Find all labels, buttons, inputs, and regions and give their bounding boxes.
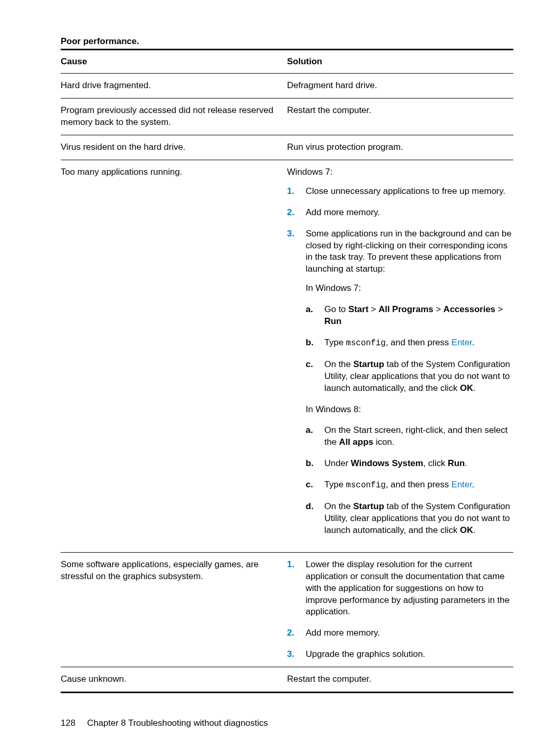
- cause-cell: Program previously accessed did not rele…: [61, 99, 287, 135]
- text-fragment: , and then press: [386, 338, 452, 347]
- list-item: 2. Add more memory.: [287, 207, 514, 219]
- step-letter: b.: [306, 458, 314, 470]
- text-fragment: Under: [325, 458, 351, 468]
- text-bold: Accessories: [443, 304, 495, 314]
- text-fragment: Go to: [325, 304, 348, 314]
- text-fragment: >: [433, 304, 443, 314]
- text-fragment: Type: [325, 480, 346, 489]
- list-item: b. Type msconfig, and then press Enter.: [306, 337, 514, 349]
- table-row: Program previously accessed did not rele…: [61, 99, 513, 135]
- text-fragment: , and then press: [386, 480, 452, 489]
- step-text: Close unnecessary applications to free u…: [306, 186, 506, 196]
- text-fragment: >: [495, 304, 503, 314]
- table-row: Hard drive fragmented. Defragment hard d…: [61, 74, 513, 98]
- solution-cell: Run virus protection program.: [287, 135, 514, 160]
- text-fragment: .: [473, 525, 475, 535]
- step-number: 3.: [287, 228, 295, 240]
- os-label: In Windows 7:: [306, 283, 514, 294]
- cause-cell: Some software applications, especially g…: [61, 553, 287, 667]
- step-text: On the Start screen, right-click, and th…: [325, 425, 508, 447]
- list-item: 1. Close unnecessary applications to fre…: [287, 186, 514, 198]
- cause-cell: Hard drive fragmented.: [61, 74, 287, 98]
- text-bold: Run: [447, 458, 465, 468]
- solution-cell: Defragment hard drive.: [287, 74, 514, 98]
- cause-cell: Virus resident on the hard drive.: [61, 135, 287, 160]
- list-item: b. Under Windows System, click Run.: [306, 458, 514, 470]
- code-text: msconfig: [346, 339, 386, 348]
- column-header-cause: Cause: [61, 50, 287, 73]
- list-item: 3. Some applications run in the backgrou…: [287, 228, 514, 537]
- step-text: Lower the display resolution for the cur…: [306, 559, 510, 617]
- key-name: Enter: [452, 480, 472, 489]
- list-item: 2. Add more memory.: [287, 627, 514, 639]
- solution-cell: Restart the computer.: [287, 667, 514, 692]
- text-fragment: Type: [325, 338, 346, 347]
- step-number: 3.: [287, 649, 295, 660]
- table-row: Too many applications running. Windows 7…: [61, 160, 513, 552]
- solution-cell: 1. Lower the display resolution for the …: [287, 553, 514, 667]
- page-footer: 128 Chapter 8 Troubleshooting without di…: [61, 718, 513, 728]
- step-text: On the Startup tab of the System Configu…: [325, 359, 510, 393]
- step-letter: b.: [306, 337, 314, 349]
- step-text: Type msconfig, and then press Enter.: [325, 338, 474, 347]
- cause-cell: Too many applications running.: [61, 160, 287, 552]
- step-letter: d.: [306, 501, 314, 513]
- solution-intro: Windows 7:: [287, 166, 514, 178]
- step-number: 1.: [287, 559, 295, 571]
- list-item: d. On the Startup tab of the System Conf…: [306, 501, 514, 537]
- text-fragment: On the: [325, 501, 354, 511]
- step-letter: a.: [306, 425, 313, 437]
- step-number: 2.: [287, 627, 295, 639]
- step-letter: c.: [306, 479, 313, 491]
- list-item: c. On the Startup tab of the System Conf…: [306, 359, 514, 395]
- section-title: Poor performance.: [61, 36, 513, 47]
- step-text: Go to Start > All Programs > Accessories…: [325, 304, 503, 326]
- step-text: Upgrade the graphics solution.: [306, 649, 426, 659]
- step-text: Under Windows System, click Run.: [325, 458, 468, 468]
- code-text: msconfig: [346, 481, 386, 490]
- text-bold: Startup: [353, 501, 384, 511]
- page-number: 128: [61, 718, 75, 728]
- text-bold: Startup: [353, 359, 384, 369]
- step-number: 1.: [287, 186, 295, 198]
- step-text: Add more memory.: [306, 628, 380, 638]
- table-row: Cause unknown. Restart the computer.: [61, 667, 513, 692]
- text-fragment: .: [472, 480, 474, 489]
- list-item: c. Type msconfig, and then press Enter.: [306, 479, 514, 491]
- list-item: a. Go to Start > All Programs > Accessor…: [306, 304, 514, 328]
- step-text: Add more memory.: [306, 207, 380, 217]
- table-row: Virus resident on the hard drive. Run vi…: [61, 135, 513, 160]
- step-text: Some applications run in the background …: [306, 229, 512, 274]
- text-fragment: .: [473, 383, 475, 393]
- divider: [61, 692, 513, 693]
- step-letter: c.: [306, 359, 313, 371]
- step-letter: a.: [306, 304, 313, 316]
- text-bold: OK: [460, 525, 473, 535]
- list-item: 1. Lower the display resolution for the …: [287, 559, 514, 619]
- list-item: a. On the Start screen, right-click, and…: [306, 425, 514, 448]
- solution-cell: Restart the computer.: [287, 99, 514, 135]
- column-header-solution: Solution: [287, 50, 514, 73]
- table-row: Some software applications, especially g…: [61, 553, 513, 667]
- text-bold: Run: [325, 316, 342, 326]
- text-bold: All apps: [339, 437, 373, 447]
- cause-cell: Cause unknown.: [61, 667, 287, 692]
- text-bold: Windows System: [351, 458, 424, 468]
- key-name: Enter: [452, 338, 472, 347]
- text-bold: OK: [460, 383, 473, 393]
- os-label: In Windows 8:: [306, 404, 514, 416]
- text-fragment: .: [472, 338, 474, 347]
- text-fragment: icon.: [373, 437, 395, 447]
- step-text: Type msconfig, and then press Enter.: [325, 480, 474, 489]
- text-fragment: >: [369, 304, 379, 314]
- text-fragment: .: [465, 458, 467, 468]
- troubleshoot-table: Cause Solution Hard drive fragmented. De…: [61, 50, 513, 693]
- text-bold: All Programs: [379, 304, 433, 314]
- chapter-title: Chapter 8 Troubleshooting without diagno…: [87, 718, 268, 728]
- solution-cell: Windows 7: 1. Close unnecessary applicat…: [287, 160, 514, 552]
- step-text: On the Startup tab of the System Configu…: [325, 501, 510, 535]
- text-fragment: On the: [325, 359, 354, 369]
- text-bold: Start: [348, 304, 369, 314]
- step-number: 2.: [287, 207, 295, 219]
- list-item: 3. Upgrade the graphics solution.: [287, 649, 514, 660]
